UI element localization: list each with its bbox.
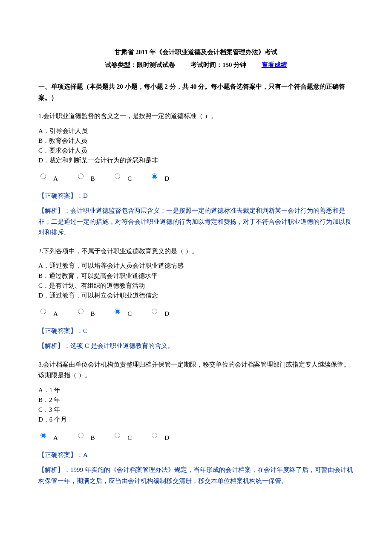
option-a-text: A．1 年 xyxy=(38,385,354,395)
question-stem: 2.下列各项中，不属于会计职业道德教育意义的是（ ）。 xyxy=(38,246,354,257)
question-stem: 1.会计职业道德监督的含义之一，是按照一定的道德标准（ ）。 xyxy=(38,111,354,122)
question-options: A．通过教育，可以培养会计人员会计职业道德情感 B．通过教育，可以提高会计职业道… xyxy=(38,261,354,301)
radio-label-d: D xyxy=(164,309,169,320)
radio-b[interactable] xyxy=(78,433,84,438)
radio-label-b: B xyxy=(91,433,95,444)
view-score-link[interactable]: 查看成绩 xyxy=(262,61,287,68)
option-d-text: D．通过教育，可以树立会计职业道德信念 xyxy=(38,291,354,301)
section-title: 一、单项选择题（本类题共 20 小题，每小题 2 分，共 40 分。每小题备选答… xyxy=(38,81,354,103)
radio-label-a: A xyxy=(53,433,58,444)
exam-title: 甘肃省 2011 年《会计职业道德及会计档案管理办法》考试 xyxy=(38,47,354,58)
paper-type: 试卷类型：限时测试试卷 xyxy=(105,61,175,68)
question-3: 3.会计档案由单位会计机构负责整理归档并保管一定期限，移交单位的会计档案管理部门… xyxy=(38,359,354,487)
option-b-text: B．2 年 xyxy=(38,395,354,405)
radio-row: A B C D xyxy=(38,306,354,318)
question-stem: 3.会计档案由单位会计机构负责整理归档并保管一定期限，移交单位的会计档案管理部门… xyxy=(38,359,354,381)
radio-label-c: C xyxy=(127,433,132,444)
option-c-text: C．要求会计人员 xyxy=(38,146,354,156)
radio-row: A B C D xyxy=(38,431,354,442)
analysis: 【解析】：1999 年实施的《会计档案管理办法》规定，当年形成的会计档案，在会计… xyxy=(38,465,354,486)
radio-c[interactable] xyxy=(115,173,120,179)
question-2: 2.下列各项中，不属于会计职业道德教育意义的是（ ）。 A．通过教育，可以培养会… xyxy=(38,246,354,352)
radio-label-b: B xyxy=(91,309,95,320)
radio-a[interactable] xyxy=(40,309,46,314)
exam-time: 考试时间：150 分钟 xyxy=(190,61,246,68)
option-d-text: D．裁定和判断某一会计行为的善恶和是非 xyxy=(38,156,354,165)
option-c-text: C．是有计划、有组织的道德教育活动 xyxy=(38,281,354,291)
question-options: A．1 年 B．2 年 C．3 年 D．6 个月 xyxy=(38,385,354,425)
radio-c[interactable] xyxy=(115,309,120,314)
exam-subheader: 试卷类型：限时测试试卷 考试时间：150 分钟 查看成绩 xyxy=(38,60,354,71)
option-d-text: D．6 个月 xyxy=(38,415,354,425)
correct-answer: 【正确答案】：A xyxy=(38,450,354,461)
radio-label-c: C xyxy=(127,173,132,185)
radio-label-a: A xyxy=(53,173,58,185)
question-1: 1.会计职业道德监督的含义之一，是按照一定的道德标准（ ）。 A．引导会计人员 … xyxy=(38,111,354,238)
radio-label-b: B xyxy=(91,173,95,185)
analysis: 【解析】：会计职业道德监督包含两层含义：一是按照一定的道德标准去裁定和判断某一会… xyxy=(38,205,354,238)
question-options: A．引导会计人员 B．教育会计人员 C．要求会计人员 D．裁定和判断某一会计行为… xyxy=(38,126,354,166)
radio-c[interactable] xyxy=(115,433,120,438)
radio-b[interactable] xyxy=(78,309,84,314)
radio-d[interactable] xyxy=(152,173,157,179)
radio-a[interactable] xyxy=(40,173,46,179)
radio-row: A B C D xyxy=(38,172,354,183)
radio-d[interactable] xyxy=(152,309,157,314)
correct-answer: 【正确答案】：C xyxy=(38,326,354,337)
radio-d[interactable] xyxy=(152,433,157,438)
option-b-text: B．通过教育，可以提高会计职业道德水平 xyxy=(38,271,354,281)
radio-label-d: D xyxy=(164,433,169,444)
correct-answer: 【正确答案】：D xyxy=(38,191,354,202)
radio-a[interactable] xyxy=(40,433,46,438)
option-a-text: A．通过教育，可以培养会计人员会计职业道德情感 xyxy=(38,261,354,271)
radio-b[interactable] xyxy=(78,173,84,179)
option-b-text: B．教育会计人员 xyxy=(38,136,354,146)
radio-label-a: A xyxy=(53,309,58,320)
option-a-text: A．引导会计人员 xyxy=(38,126,354,136)
analysis: 【解析】：选项 C 是会计职业道德教育的含义。 xyxy=(38,341,354,352)
option-c-text: C．3 年 xyxy=(38,405,354,415)
radio-label-c: C xyxy=(127,309,132,320)
radio-label-d: D xyxy=(164,173,169,185)
